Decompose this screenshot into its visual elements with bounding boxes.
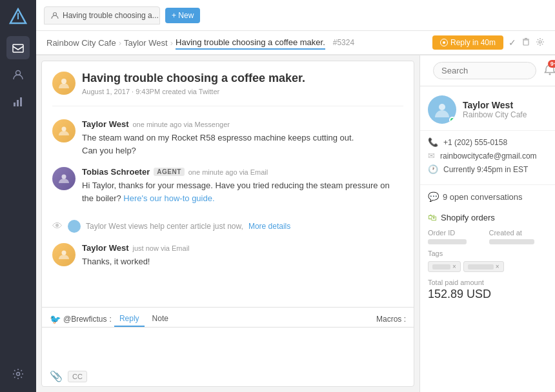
svg-point-17 [62,175,66,179]
contact-info: Taylor West Rainbow City Cafe [463,100,527,119]
created-at-col: Created at [489,229,548,244]
original-message: Having trouble choosing a coffee maker. … [52,72,403,106]
tag-1[interactable]: × [428,261,461,272]
tag-2[interactable]: × [463,261,504,272]
original-title: Having trouble choosing a coffee maker. [82,72,403,85]
compose-account: @Brewfictus [63,315,107,324]
twitter-icon: 🐦 [50,314,61,324]
notification-button[interactable]: 9+ [544,64,555,78]
sidebar-item-settings[interactable] [6,362,30,386]
topbar: Having trouble choosing a... × + New [36,0,555,31]
settings-action-btn[interactable] [536,37,545,48]
breadcrumb-taylor-west[interactable]: Taylor West [124,38,168,48]
contact-email: rainbowcitycafe@gmail.com [440,152,537,161]
check-action-btn[interactable]: ✓ [509,37,516,48]
thread-scroll[interactable]: Having trouble choosing a coffee maker. … [42,61,414,307]
compose-tabs: 🐦 @Brewfictus : Reply Note Macros : [42,308,414,328]
tags-label: Tags [428,250,547,257]
contact-email-row: ✉ rainbowcitycafe@gmail.com [428,151,547,161]
conversations-label: 9 open conversations [443,192,523,202]
total-paid-amount: 152.89 USD [428,288,547,301]
search-input[interactable] [433,62,536,79]
compose-textarea[interactable] [50,333,406,358]
right-panel: 9+ Taylor West Rainbow City Cafe [419,55,555,392]
message-2-body: Tobias Schroeter AGENT one minute ago vi… [82,167,403,204]
thread-area: Having trouble choosing a coffee maker. … [41,61,414,387]
svg-point-21 [549,73,551,75]
svg-rect-2 [13,44,23,52]
message-3-avatar [52,243,76,266]
conversations-section: 💬 9 open conversations [420,185,555,206]
compose-input-area[interactable] [42,328,414,366]
breadcrumb-bar: Rainbow City Cafe › Taylor West › Having… [36,31,555,55]
svg-point-7 [17,373,20,376]
svg-rect-6 [20,97,22,106]
orders-grid: Order ID Created at [428,229,547,244]
contact-phone-row: 📞 +1 (202) 555-0158 [428,137,547,147]
message-2-text: Hi Taylor, thanks for your message. Have… [82,179,403,204]
contact-status-dot [449,117,456,123]
howto-link[interactable]: Here's our how-to guide. [123,193,214,203]
message-2-author: Tobias Schroeter [82,167,150,177]
cc-button[interactable]: CC [68,371,87,382]
contact-timezone-row: 🕐 Currently 9:45pm in EST [428,164,547,174]
message-3-time: just now via Email [132,244,189,252]
more-details-link[interactable]: More details [248,222,290,231]
sidebar-item-inbox[interactable] [6,36,30,59]
total-paid: Total paid amount 152.89 USD [428,279,547,301]
svg-point-16 [62,127,66,132]
tag-1-close[interactable]: × [452,263,456,270]
message-3-author: Taylor West [82,243,128,253]
new-button[interactable]: + New [165,8,200,23]
created-at-value [489,239,534,244]
svg-rect-11 [523,40,529,45]
shopify-title: 🛍 Shopify orders [428,212,547,222]
svg-point-15 [61,79,66,84]
breadcrumb-rainbow-city[interactable]: Rainbow City Cafe [46,38,116,48]
order-id-label: Order ID [428,229,487,237]
clock-icon: 🕐 [428,164,438,174]
order-id-col: Order ID [428,229,487,244]
svg-point-23 [439,104,445,110]
message-3-body: Taylor West just now via Email Thanks, i… [82,243,403,268]
tag-2-close[interactable]: × [496,263,500,270]
message-3: Taylor West just now via Email Thanks, i… [52,243,403,268]
original-content: Having trouble choosing a coffee maker. … [82,72,403,95]
message-2: Tobias Schroeter AGENT one minute ago vi… [52,167,403,204]
tags-row: × × [428,261,547,272]
ticket-tab[interactable]: Having trouble choosing a... × [44,6,160,24]
message-1: Taylor West one minute ago via Messenger… [52,119,403,157]
message-1-author: Taylor West [82,119,128,129]
breadcrumb-actions: Reply in 40m ✓ [432,35,545,50]
eye-icon: 👁 [52,220,63,232]
notification-badge: 9+ [548,60,555,68]
email-icon: ✉ [428,151,435,161]
sidebar-item-contacts[interactable] [6,63,30,86]
message-1-text: The steam wand on my Rocket R58 espresso… [82,132,403,157]
compose-toolbar: 📎 CC [42,366,414,386]
message-1-time: one minute ago via Messenger [132,121,229,128]
attach-icon[interactable]: 📎 [50,370,63,382]
main-panel: Having trouble choosing a... × + New Rai… [36,0,555,392]
contact-avatar [428,95,456,124]
compose-platform[interactable]: 🐦 @Brewfictus : [50,314,112,324]
contact-details: 📞 +1 (202) 555-0158 ✉ rainbowcitycafe@gm… [420,131,555,185]
original-avatar [52,72,76,95]
compose-tab-note[interactable]: Note [147,311,174,327]
message-2-time: one minute ago via Email [188,168,268,176]
compose-macros[interactable]: Macros : [376,315,406,324]
delete-action-btn[interactable] [521,37,530,48]
contact-phone: +1 (202) 555-0158 [443,138,507,147]
svg-point-14 [539,41,541,43]
svg-rect-5 [17,100,19,106]
contact-header: Taylor West Rainbow City Cafe [420,86,555,131]
message-1-body: Taylor West one minute ago via Messenger… [82,119,403,157]
view-activity: 👁 Taylor West views help center article … [52,215,403,238]
contact-timezone: Currently 9:45pm in EST [443,165,528,174]
reply-button[interactable]: Reply in 40m [432,35,503,50]
order-id-value [428,239,467,244]
compose-tab-reply[interactable]: Reply [114,311,145,327]
contact-company: Rainbow City Cafe [463,110,527,119]
sidebar-item-reports[interactable] [6,90,30,113]
compose-area: 🐦 @Brewfictus : Reply Note Macros : 📎 CC [42,307,414,386]
